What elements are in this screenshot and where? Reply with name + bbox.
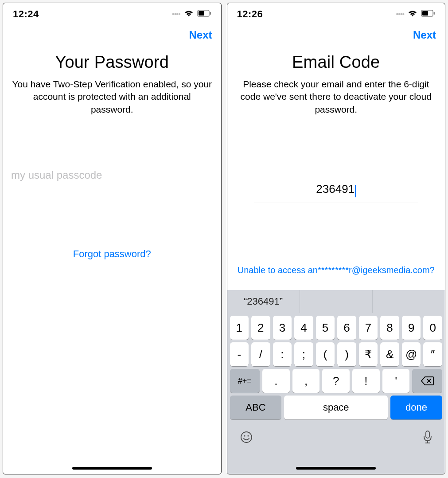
key-8[interactable]: 8 bbox=[380, 316, 399, 340]
wifi-icon bbox=[408, 9, 417, 19]
nav-bar: Next bbox=[3, 25, 221, 45]
status-icons: •••• bbox=[396, 9, 435, 19]
key-3[interactable]: 3 bbox=[273, 316, 292, 340]
suggestion-item-empty[interactable] bbox=[373, 290, 445, 313]
key--[interactable]: - bbox=[230, 342, 249, 366]
key-)[interactable]: ) bbox=[337, 342, 356, 366]
keyboard-row: ABC space done bbox=[227, 393, 445, 422]
mic-icon[interactable] bbox=[423, 430, 432, 447]
next-button[interactable]: Next bbox=[413, 29, 436, 41]
page-subtitle: You have Two-Step Verification enabled, … bbox=[3, 78, 221, 116]
unable-access-link[interactable]: Unable to access an*********r@igeeksmedi… bbox=[227, 265, 445, 275]
key-:[interactable]: : bbox=[273, 342, 292, 366]
battery-icon bbox=[421, 10, 435, 19]
emoji-icon[interactable] bbox=[240, 431, 253, 447]
suggestion-bar: “236491” bbox=[227, 290, 445, 313]
key-@[interactable]: @ bbox=[402, 342, 421, 366]
key-5[interactable]: 5 bbox=[316, 316, 335, 340]
key-2[interactable]: 2 bbox=[251, 316, 270, 340]
backspace-icon bbox=[421, 376, 434, 386]
key-symbols[interactable]: #+= bbox=[230, 369, 260, 393]
key-'[interactable]: ' bbox=[382, 369, 410, 393]
next-button[interactable]: Next bbox=[189, 29, 212, 41]
key-₹[interactable]: ₹ bbox=[359, 342, 378, 366]
text-cursor bbox=[355, 185, 356, 197]
code-input-value: 236491 bbox=[316, 182, 355, 196]
key-&[interactable]: & bbox=[380, 342, 399, 366]
key-″[interactable]: ″ bbox=[423, 342, 442, 366]
cellular-dots-icon: •••• bbox=[396, 10, 404, 18]
key-7[interactable]: 7 bbox=[359, 316, 378, 340]
svg-rect-2 bbox=[210, 12, 211, 15]
svg-rect-9 bbox=[426, 431, 429, 438]
battery-icon bbox=[197, 10, 211, 19]
keyboard-row: #+= .,?!' bbox=[227, 366, 445, 393]
status-time: 12:26 bbox=[237, 8, 263, 20]
status-bar: 12:26 •••• bbox=[227, 3, 445, 25]
keyboard-bottom-row bbox=[227, 422, 445, 447]
status-bar: 12:24 •••• bbox=[3, 3, 221, 25]
status-time: 12:24 bbox=[13, 8, 39, 20]
key-,[interactable]: , bbox=[292, 369, 320, 393]
phone-emailcode-screen: 12:26 •••• Next Email Code Please check … bbox=[227, 3, 446, 474]
password-input[interactable] bbox=[11, 169, 213, 181]
svg-rect-1 bbox=[199, 11, 204, 16]
svg-rect-4 bbox=[422, 11, 428, 16]
key-backspace[interactable] bbox=[412, 369, 442, 393]
svg-point-7 bbox=[244, 435, 245, 436]
svg-point-8 bbox=[247, 435, 249, 436]
page-title: Email Code bbox=[227, 53, 445, 72]
phone-password-screen: 12:24 •••• Next Your Password You have T… bbox=[3, 3, 222, 474]
key-abc[interactable]: ABC bbox=[230, 396, 282, 419]
status-icons: •••• bbox=[172, 9, 211, 19]
nav-bar: Next bbox=[227, 25, 445, 45]
keyboard-row: -/:;()₹&@″ bbox=[227, 340, 445, 366]
cellular-dots-icon: •••• bbox=[172, 10, 180, 18]
keyboard: “236491” 1234567890 -/:;()₹&@″ #+= .,?!'… bbox=[227, 290, 445, 474]
key-0[interactable]: 0 bbox=[423, 316, 442, 340]
key-9[interactable]: 9 bbox=[402, 316, 421, 340]
key-;[interactable]: ; bbox=[294, 342, 313, 366]
key-/[interactable]: / bbox=[251, 342, 270, 366]
keyboard-row: 1234567890 bbox=[227, 313, 445, 340]
key-([interactable]: ( bbox=[316, 342, 335, 366]
suggestion-item[interactable]: “236491” bbox=[227, 290, 300, 313]
suggestion-item-empty[interactable] bbox=[300, 290, 373, 313]
key-done[interactable]: done bbox=[390, 396, 442, 419]
key-6[interactable]: 6 bbox=[337, 316, 356, 340]
key-1[interactable]: 1 bbox=[230, 316, 249, 340]
home-indicator[interactable] bbox=[296, 467, 376, 470]
key-![interactable]: ! bbox=[352, 369, 380, 393]
svg-rect-5 bbox=[434, 12, 435, 15]
forgot-password-link[interactable]: Forgot password? bbox=[3, 248, 221, 260]
svg-point-6 bbox=[241, 432, 252, 443]
code-input-wrap[interactable]: 236491 bbox=[254, 182, 419, 203]
home-indicator[interactable] bbox=[72, 467, 152, 470]
key-4[interactable]: 4 bbox=[294, 316, 313, 340]
key-.[interactable]: . bbox=[262, 369, 290, 393]
page-subtitle: Please check your email and enter the 6-… bbox=[227, 78, 445, 116]
password-field-wrap bbox=[11, 169, 213, 186]
wifi-icon bbox=[184, 9, 194, 19]
key-?[interactable]: ? bbox=[322, 369, 350, 393]
key-space[interactable]: space bbox=[284, 396, 388, 419]
page-title: Your Password bbox=[3, 53, 221, 72]
